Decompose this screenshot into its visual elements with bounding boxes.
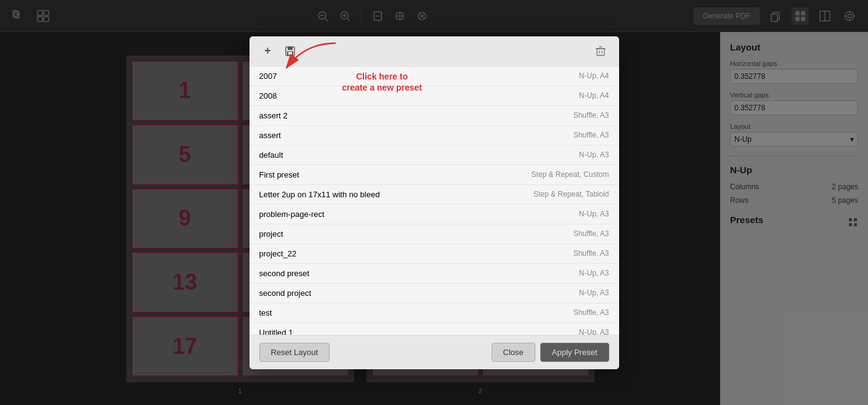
preset-name: 2007 <box>259 72 579 81</box>
preset-type: Step & Repeat, Tabloid <box>533 190 609 198</box>
preset-list-item[interactable]: second presetN-Up, A3 <box>249 264 619 284</box>
preset-type: Shuffle, A3 <box>574 229 609 238</box>
preset-list-item[interactable]: Untitled 1N-Up, A3 <box>249 323 619 335</box>
preset-name: Letter 2up on 17x11 with no bleed <box>259 190 533 199</box>
preset-list-item[interactable]: problem-page-rectN-Up, A3 <box>249 205 619 224</box>
preset-name: second preset <box>259 269 579 278</box>
preset-name: 2008 <box>259 91 579 100</box>
preset-name: second project <box>259 288 579 298</box>
preset-name: Untitled 1 <box>259 328 579 335</box>
modal-header-icons: + <box>259 43 299 60</box>
preset-type: Shuffle, A3 <box>574 131 609 139</box>
preset-list-item[interactable]: assertShuffle, A3 <box>249 126 619 145</box>
preset-name: project <box>259 229 574 239</box>
save-preset-button[interactable] <box>282 43 299 60</box>
preset-type: N-Up, A3 <box>579 328 609 335</box>
presets-modal: + <box>249 36 619 369</box>
svg-rect-42 <box>288 47 293 50</box>
modal-header: + <box>249 36 619 67</box>
modal-overlay: + <box>0 0 868 405</box>
preset-type: N-Up, A4 <box>579 91 609 100</box>
apply-preset-button[interactable]: Apply Preset <box>540 343 609 362</box>
preset-type: Shuffle, A3 <box>574 111 609 120</box>
preset-name: assert <box>259 131 574 140</box>
preset-name: First preset <box>259 170 532 179</box>
preset-type: Shuffle, A3 <box>574 308 609 317</box>
preset-name: project_22 <box>259 249 574 258</box>
preset-type: Step & Repeat, Custom <box>531 170 609 179</box>
preset-list-item[interactable]: 2007N-Up, A4 <box>249 67 619 86</box>
preset-type: N-Up, A3 <box>579 150 609 159</box>
modal-footer: Reset Layout Close Apply Preset <box>249 335 619 369</box>
delete-preset-button[interactable] <box>592 43 609 60</box>
reset-layout-button[interactable]: Reset Layout <box>259 343 330 362</box>
preset-list-item[interactable]: assert 2Shuffle, A3 <box>249 106 619 126</box>
preset-list-item[interactable]: project_22Shuffle, A3 <box>249 244 619 264</box>
preset-list-item[interactable]: 2008N-Up, A4 <box>249 86 619 106</box>
preset-list: 2007N-Up, A42008N-Up, A4assert 2Shuffle,… <box>249 67 619 335</box>
preset-name: test <box>259 308 574 317</box>
add-preset-button[interactable]: + <box>259 43 277 60</box>
svg-rect-45 <box>597 49 604 55</box>
svg-rect-44 <box>288 52 292 55</box>
preset-list-item[interactable]: Letter 2up on 17x11 with no bleedStep & … <box>249 185 619 205</box>
preset-name: problem-page-rect <box>259 210 579 219</box>
preset-type: N-Up, A3 <box>579 210 609 218</box>
close-button[interactable]: Close <box>492 343 535 362</box>
preset-list-item[interactable]: testShuffle, A3 <box>249 303 619 323</box>
preset-type: Shuffle, A3 <box>574 249 609 258</box>
preset-type: N-Up, A3 <box>579 288 609 297</box>
preset-type: N-Up, A3 <box>579 269 609 277</box>
preset-type: N-Up, A4 <box>579 72 609 80</box>
preset-name: assert 2 <box>259 111 574 120</box>
preset-list-item[interactable]: projectShuffle, A3 <box>249 224 619 244</box>
preset-list-item[interactable]: second projectN-Up, A3 <box>249 284 619 303</box>
preset-list-item[interactable]: defaultN-Up, A3 <box>249 145 619 165</box>
preset-list-item[interactable]: First presetStep & Repeat, Custom <box>249 165 619 185</box>
preset-name: default <box>259 150 579 160</box>
